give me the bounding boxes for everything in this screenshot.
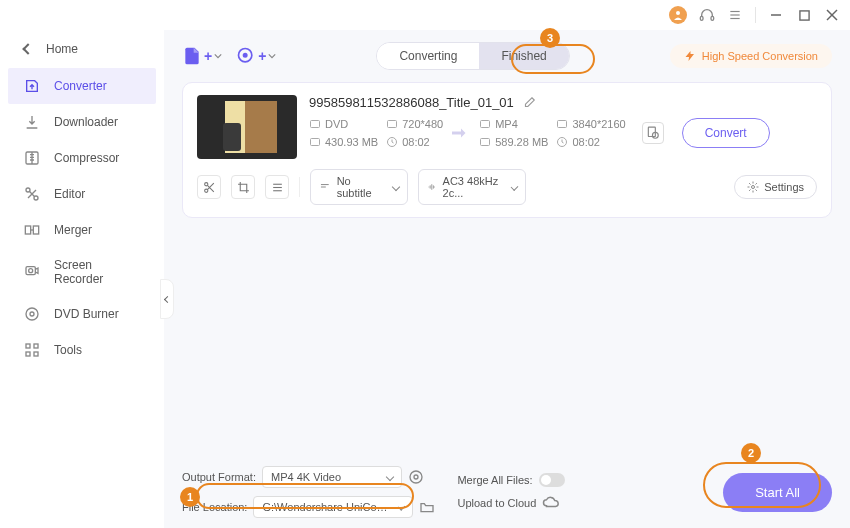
size-icon xyxy=(479,136,491,148)
svg-rect-1 xyxy=(700,16,703,20)
sidebar-item-label: Compressor xyxy=(54,151,119,165)
sidebar-item-converter[interactable]: Converter xyxy=(8,68,156,104)
svg-rect-31 xyxy=(558,121,567,128)
chevron-left-icon xyxy=(163,295,170,302)
sidebar-item-downloader[interactable]: Downloader xyxy=(0,104,164,140)
svg-rect-30 xyxy=(481,139,490,146)
svg-rect-29 xyxy=(481,121,490,128)
svg-point-24 xyxy=(244,54,247,57)
file-settings-button[interactable] xyxy=(642,122,664,144)
effect-button[interactable] xyxy=(265,175,289,199)
tools-icon xyxy=(24,342,40,358)
svg-rect-33 xyxy=(648,127,655,136)
svg-point-42 xyxy=(410,471,422,483)
sidebar-item-dvd[interactable]: DVD Burner xyxy=(0,296,164,332)
file-location-dropdown[interactable]: G:\Wondershare UniConverter xyxy=(253,496,413,518)
main-panel: + + Converting Finished High Speed Conve… xyxy=(164,30,850,528)
sidebar-item-label: DVD Burner xyxy=(54,307,119,321)
crop-button[interactable] xyxy=(231,175,255,199)
recorder-icon xyxy=(24,264,40,280)
highspeed-label: High Speed Conversion xyxy=(702,50,818,62)
svg-rect-20 xyxy=(34,344,38,348)
merge-toggle[interactable] xyxy=(539,473,565,487)
thumbnail[interactable] xyxy=(197,95,297,159)
gear-icon xyxy=(747,181,759,193)
audio-dropdown[interactable]: AC3 48kHz 2c... xyxy=(418,169,526,205)
svg-point-16 xyxy=(29,269,33,273)
edit-icon[interactable] xyxy=(522,96,536,110)
start-all-button[interactable]: Start All xyxy=(723,473,832,512)
merger-icon xyxy=(24,222,40,238)
chevron-down-icon xyxy=(386,473,394,481)
minimize-button[interactable] xyxy=(768,7,784,23)
res-icon xyxy=(556,118,568,130)
footer: Output Format: MP4 4K Video File Locatio… xyxy=(182,456,832,518)
output-format-dropdown[interactable]: MP4 4K Video xyxy=(262,466,402,488)
svg-rect-2 xyxy=(711,16,714,20)
cloud-icon[interactable] xyxy=(542,495,560,511)
chevron-down-icon xyxy=(511,183,519,191)
trim-button[interactable] xyxy=(197,175,221,199)
sidebar-item-editor[interactable]: Editor xyxy=(0,176,164,212)
sidebar-item-label: Downloader xyxy=(54,115,118,129)
svg-point-36 xyxy=(204,189,207,192)
sidebar-item-recorder[interactable]: Screen Recorder xyxy=(0,248,164,296)
converter-icon xyxy=(24,78,40,94)
compressor-icon xyxy=(24,150,40,166)
list-icon xyxy=(271,181,284,194)
sidebar-item-label: Editor xyxy=(54,187,85,201)
svg-point-18 xyxy=(30,312,34,316)
add-folder-button[interactable]: + xyxy=(236,46,276,66)
chevron-down-icon xyxy=(268,52,276,60)
clock-icon xyxy=(556,136,568,148)
settings-button[interactable]: Settings xyxy=(734,175,817,199)
menu-icon[interactable] xyxy=(727,7,743,23)
svg-rect-21 xyxy=(26,352,30,356)
svg-rect-26 xyxy=(311,139,320,146)
svg-point-41 xyxy=(414,475,418,479)
merge-label: Merge All Files: xyxy=(457,474,532,486)
titlebar xyxy=(0,0,850,30)
sidebar-item-label: Merger xyxy=(54,223,92,237)
home-back[interactable]: Home xyxy=(0,38,164,68)
open-folder-button[interactable] xyxy=(419,499,435,515)
sidebar-item-compressor[interactable]: Compressor xyxy=(0,140,164,176)
svg-rect-27 xyxy=(388,121,397,128)
arrow-right-icon xyxy=(451,123,471,143)
close-button[interactable] xyxy=(824,7,840,23)
maximize-button[interactable] xyxy=(796,7,812,23)
size-icon xyxy=(309,136,321,148)
tab-converting[interactable]: Converting xyxy=(377,43,479,69)
output-gear-icon[interactable] xyxy=(408,469,424,485)
format-icon xyxy=(309,118,321,130)
chevron-left-icon xyxy=(22,43,33,54)
chevron-down-icon xyxy=(398,503,406,511)
sidebar: Home Converter Downloader Compressor Edi… xyxy=(0,30,164,528)
tab-finished[interactable]: Finished xyxy=(479,43,568,69)
audio-icon xyxy=(427,181,437,193)
avatar[interactable] xyxy=(669,6,687,24)
convert-button[interactable]: Convert xyxy=(682,118,770,148)
toolbar: + + Converting Finished High Speed Conve… xyxy=(182,42,832,70)
svg-rect-22 xyxy=(34,352,38,356)
svg-rect-7 xyxy=(799,10,808,19)
add-file-button[interactable]: + xyxy=(182,46,222,66)
headset-icon[interactable] xyxy=(699,7,715,23)
file-gear-icon xyxy=(646,126,660,140)
highspeed-button[interactable]: High Speed Conversion xyxy=(670,44,832,68)
sidebar-item-tools[interactable]: Tools xyxy=(0,332,164,368)
svg-point-17 xyxy=(26,308,38,320)
clock-icon xyxy=(386,136,398,148)
svg-point-35 xyxy=(204,182,207,185)
subtitle-dropdown[interactable]: No subtitle xyxy=(310,169,408,205)
download-icon xyxy=(24,114,40,130)
sidebar-item-label: Converter xyxy=(54,79,107,93)
file-plus-icon xyxy=(182,46,202,66)
sidebar-item-merger[interactable]: Merger xyxy=(0,212,164,248)
svg-rect-15 xyxy=(26,267,35,275)
sidebar-collapse[interactable] xyxy=(160,279,174,319)
svg-rect-14 xyxy=(33,226,38,234)
file-location-label: File Location: xyxy=(182,501,247,513)
file-title: 995859811532886088_Title_01_01 xyxy=(309,95,514,110)
svg-rect-13 xyxy=(25,226,30,234)
